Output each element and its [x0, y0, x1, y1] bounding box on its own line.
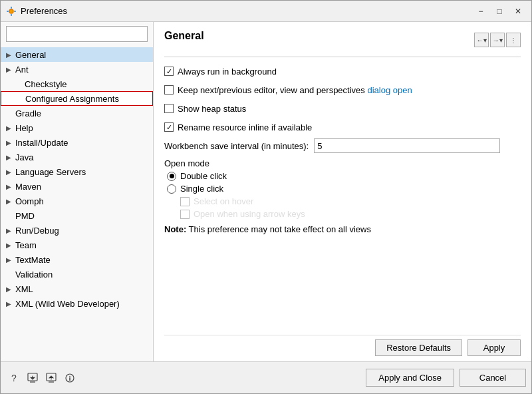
sidebar-item-label: Gradle — [15, 108, 41, 118]
window-title: Preferences — [21, 6, 473, 16]
option-rename-inline[interactable]: Rename resource inline if available — [164, 120, 521, 134]
sidebar-item-ant[interactable]: ▶ Ant — [1, 62, 153, 77]
titlebar-controls: − □ ✕ — [473, 3, 526, 19]
svg-rect-1 — [11, 7, 12, 9]
preferences-window: Preferences − □ ✕ ▶ General ▶ Ant — [0, 0, 532, 394]
sidebar-item-label: XML (Wild Web Developer) — [15, 299, 120, 309]
sidebar-item-label: Configured Assignments — [25, 94, 119, 104]
footer: ? — [1, 361, 531, 393]
main-content: Always run in background Keep next/previ… — [164, 64, 521, 335]
select-on-hover-option: Select on hover — [180, 196, 521, 206]
keep-editor-checkbox[interactable] — [164, 85, 174, 95]
circle-button[interactable] — [62, 370, 78, 386]
option-always-run[interactable]: Always run in background — [164, 64, 521, 79]
sidebar-item-oomph[interactable]: ▶ Oomph — [1, 194, 153, 208]
workbench-interval-row: Workbench save interval (in minutes): — [164, 138, 521, 153]
expander-ant: ▶ — [6, 66, 15, 73]
always-run-label: Always run in background — [178, 67, 277, 77]
note-text: This preference may not take effect on a… — [186, 224, 371, 234]
titlebar: Preferences − □ ✕ — [1, 1, 531, 22]
sidebar-item-label: Maven — [15, 182, 41, 192]
single-click-radio[interactable] — [167, 184, 176, 194]
sidebar-item-configured-assignments[interactable]: Configured Assignments — [1, 91, 153, 106]
option-keep-editor[interactable]: Keep next/previous editor, view and pers… — [164, 83, 521, 97]
workbench-interval-label: Workbench save interval (in minutes): — [164, 141, 309, 151]
workbench-interval-input[interactable] — [314, 138, 500, 153]
option-heap-status[interactable]: Show heap status — [164, 101, 521, 116]
expander-run: ▶ — [6, 227, 15, 234]
footer-icons: ? — [6, 370, 366, 386]
expander-xml-wild: ▶ — [6, 300, 15, 307]
maximize-button[interactable]: □ — [491, 3, 507, 19]
tree: ▶ General ▶ Ant Checkstyle Configured As… — [1, 46, 153, 361]
sidebar-item-label: XML — [15, 284, 33, 294]
nav-back-button[interactable]: ←▾ — [474, 33, 489, 47]
apply-button[interactable]: Apply — [467, 339, 521, 356]
sidebar-item-language-servers[interactable]: ▶ Language Servers — [1, 164, 153, 179]
sidebar-item-java[interactable]: ▶ Java — [1, 150, 153, 164]
cancel-button[interactable]: Cancel — [460, 369, 526, 387]
svg-point-0 — [9, 9, 13, 13]
restore-defaults-button[interactable]: Restore Defaults — [375, 339, 462, 356]
minimize-button[interactable]: − — [473, 3, 489, 19]
main-panel: General ←▾ →▾ ⋮ Always run in background — [154, 22, 531, 361]
svg-point-8 — [69, 375, 70, 377]
sidebar-item-xml-wild[interactable]: ▶ XML (Wild Web Developer) — [1, 296, 153, 311]
single-click-label: Single click — [180, 184, 223, 194]
sidebar-item-xml[interactable]: ▶ XML — [1, 282, 153, 296]
note-label: Note: This preference may not take effec… — [164, 224, 371, 234]
expander-team: ▶ — [6, 242, 15, 249]
sidebar-item-general[interactable]: ▶ General — [1, 47, 153, 62]
single-click-option[interactable]: Single click — [167, 184, 521, 194]
nav-forward-button[interactable]: →▾ — [490, 33, 505, 47]
heap-status-checkbox[interactable] — [164, 104, 174, 113]
double-click-radio[interactable] — [167, 172, 176, 181]
sidebar-item-label: TextMate — [15, 255, 51, 265]
expander-help: ▶ — [6, 124, 15, 132]
sidebar-item-textmate[interactable]: ▶ TextMate — [1, 252, 153, 267]
rename-inline-label: Rename resource inline if available — [178, 122, 312, 132]
sidebar-item-team[interactable]: ▶ Team — [1, 238, 153, 252]
sidebar-item-label: Oomph — [15, 196, 44, 206]
sidebar-item-help[interactable]: ▶ Help — [1, 120, 153, 135]
sidebar-item-label: Run/Debug — [15, 226, 59, 236]
close-button[interactable]: ✕ — [510, 3, 526, 19]
sidebar-item-label: Install/Update — [15, 138, 68, 148]
sidebar-item-validation[interactable]: Validation — [1, 267, 153, 282]
nav-menu-button[interactable]: ⋮ — [506, 33, 521, 47]
sidebar-item-label: Validation — [15, 270, 53, 280]
search-input[interactable] — [6, 26, 148, 42]
preferences-icon — [6, 6, 17, 17]
sidebar-item-label: Team — [15, 240, 37, 250]
select-hover-checkbox — [180, 197, 190, 206]
sidebar-item-install-update[interactable]: ▶ Install/Update — [1, 135, 153, 150]
sidebar-item-checkstyle[interactable]: Checkstyle — [1, 77, 153, 91]
svg-rect-2 — [11, 14, 12, 16]
keep-editor-label: Keep next/previous editor, view and pers… — [178, 85, 412, 95]
sidebar-item-gradle[interactable]: Gradle — [1, 106, 153, 120]
sidebar-item-label: Java — [15, 152, 33, 162]
export-button[interactable] — [43, 370, 59, 386]
sidebar-item-label: Language Servers — [15, 167, 86, 177]
always-run-checkbox[interactable] — [164, 67, 174, 76]
open-arrow-keys-option: Open when using arrow keys — [180, 209, 521, 219]
svg-rect-3 — [7, 11, 9, 12]
open-mode-label: Open mode — [164, 158, 521, 168]
double-click-option[interactable]: Double click — [167, 171, 521, 181]
sidebar-item-label: General — [15, 50, 46, 60]
apply-and-close-button[interactable]: Apply and Close — [366, 369, 454, 387]
open-mode-group: Double click Single click Select on hove… — [164, 171, 521, 219]
sidebar-item-label: Ant — [15, 65, 29, 75]
rename-inline-checkbox[interactable] — [164, 122, 174, 132]
heap-status-label: Show heap status — [178, 104, 246, 114]
import-button[interactable] — [25, 370, 41, 386]
sidebar-item-run-debug[interactable]: ▶ Run/Debug — [1, 223, 153, 238]
sidebar-item-pmd[interactable]: PMD — [1, 208, 153, 223]
expander-general: ▶ — [6, 51, 15, 59]
note-row: Note: This preference may not take effec… — [164, 224, 521, 234]
expander-textmate: ▶ — [6, 256, 15, 264]
help-button[interactable]: ? — [6, 370, 22, 386]
sidebar-item-maven[interactable]: ▶ Maven — [1, 179, 153, 194]
content-area: ▶ General ▶ Ant Checkstyle Configured As… — [1, 22, 531, 361]
svg-rect-9 — [69, 377, 70, 381]
